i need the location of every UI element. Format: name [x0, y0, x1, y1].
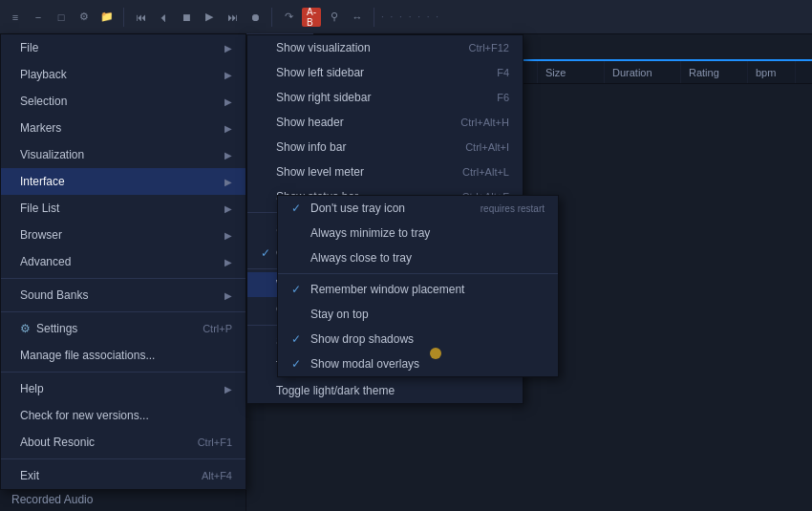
toolbar: ≡ − □ ⚙ 📁 ⏮ ⏴ ⏹ ▶ ⏭ ⏺ ↷ A-B ⚲ ↔ · · · · … — [0, 0, 812, 34]
menu-item-help[interactable]: Help ▶ — [1, 375, 246, 402]
wsub-no-tray[interactable]: ✓ Don't use tray icon requires restart — [278, 196, 558, 221]
sub-show-left-sidebar[interactable]: Show left sidebar F4 — [247, 60, 523, 85]
window-icon[interactable]: □ — [52, 8, 71, 27]
sub-show-level-meter[interactable]: Show level meter Ctrl+Alt+L — [247, 160, 523, 184]
wsub-stay-on-top[interactable]: Stay on top — [278, 302, 558, 327]
sub-show-header[interactable]: Show header Ctrl+Alt+H — [247, 110, 523, 135]
sidebar-item-recorded[interactable]: Recorded Audio — [0, 488, 246, 511]
sep — [1, 372, 246, 373]
menu-item-settings[interactable]: ⚙ Settings Ctrl+P — [1, 315, 246, 342]
arrow-icon: ▶ — [224, 96, 232, 107]
record-icon[interactable]: ⏺ — [246, 8, 265, 27]
arrow-icon: ▶ — [224, 384, 232, 394]
sep — [1, 278, 246, 279]
menu-item-interface[interactable]: Interface ▶ — [1, 168, 246, 195]
sep3 — [374, 8, 374, 27]
check-icon: ✓ — [291, 332, 307, 346]
arrow-icon: ▶ — [224, 150, 232, 160]
wsub-min-to-tray[interactable]: Always minimize to tray — [278, 221, 558, 245]
folder-icon[interactable]: 📁 — [97, 8, 117, 27]
menu-item-sound-banks[interactable]: Sound Banks ▶ — [1, 282, 246, 309]
check-icon: ✓ — [291, 357, 307, 371]
arrow-icon: ▶ — [224, 177, 232, 187]
filter-icon[interactable]: ⚲ — [325, 8, 344, 27]
menu-item-manage-assoc[interactable]: Manage file associations... — [1, 342, 246, 369]
play-icon[interactable]: ▶ — [200, 8, 219, 27]
sub-show-info-bar[interactable]: Show info bar Ctrl+Alt+I — [247, 135, 523, 160]
menu-item-visualization[interactable]: Visualization ▶ — [1, 141, 246, 168]
menu-icon[interactable]: ≡ — [6, 8, 25, 27]
wsub-modal-overlays[interactable]: ✓ Show modal overlays — [278, 351, 558, 376]
restart-note: requires restart — [481, 203, 545, 214]
check-icon: ✓ — [291, 202, 307, 215]
menu-item-file-list[interactable]: File List ▶ — [1, 195, 246, 222]
col-duration[interactable]: Duration — [605, 61, 681, 83]
arrow-icon: ▶ — [224, 43, 232, 53]
menu-item-markers[interactable]: Markers ▶ — [1, 115, 246, 141]
window-options-submenu: ✓ Don't use tray icon requires restart A… — [277, 195, 559, 377]
next-track-icon[interactable]: ⏭ — [223, 8, 242, 27]
arrow-icon: ▶ — [224, 257, 232, 267]
check-icon: ✓ — [291, 283, 307, 296]
menu-item-selection[interactable]: Selection ▶ — [1, 88, 246, 115]
wsub-drop-shadows[interactable]: ✓ Show drop shadows — [278, 327, 558, 351]
recorded-label: Recorded Audio — [11, 493, 93, 506]
sep1 — [123, 8, 124, 27]
menu-overlay: File ▶ Playback ▶ Selection ▶ Markers ▶ … — [0, 34, 246, 490]
sep — [1, 458, 246, 459]
sub-toggle-theme[interactable]: Toggle light/dark theme — [247, 378, 523, 403]
menu-item-playback[interactable]: Playback ▶ — [1, 61, 246, 88]
expand-icon[interactable]: ↔ — [348, 8, 367, 27]
sep2 — [271, 8, 272, 27]
sep — [1, 311, 246, 312]
sep — [278, 273, 558, 274]
menu-item-check-updates[interactable]: Check for new versions... — [1, 402, 246, 429]
stop-icon[interactable]: ⏹ — [177, 8, 196, 27]
menu-item-about[interactable]: About Resonic Ctrl+F1 — [1, 429, 246, 456]
arrow-icon: ▶ — [224, 123, 232, 134]
prev-track-icon[interactable]: ⏮ — [131, 8, 150, 27]
arrow-icon: ▶ — [224, 203, 232, 214]
more-icon[interactable]: · · · · · · · — [381, 11, 440, 22]
loop-icon[interactable]: ↷ — [279, 8, 298, 27]
arrow-icon: ▶ — [224, 230, 232, 241]
menu-item-browser[interactable]: Browser ▶ — [1, 222, 246, 248]
settings-icon: ⚙ — [20, 322, 31, 335]
arrow-icon: ▶ — [224, 290, 232, 301]
wsub-remember-placement[interactable]: ✓ Remember window placement — [278, 277, 558, 302]
sub-show-right-sidebar[interactable]: Show right sidebar F6 — [247, 85, 523, 110]
primary-menu: File ▶ Playback ▶ Selection ▶ Markers ▶ … — [0, 34, 246, 490]
menu-item-file[interactable]: File ▶ — [1, 34, 246, 61]
arrow-icon: ▶ — [224, 70, 232, 80]
sub-show-vis[interactable]: Show visualization Ctrl+F12 — [247, 35, 523, 60]
col-bpm[interactable]: bpm — [748, 61, 796, 83]
minimize-icon[interactable]: − — [29, 8, 48, 27]
col-size[interactable]: Size — [538, 61, 605, 83]
wsub-close-to-tray[interactable]: Always close to tray — [278, 245, 558, 270]
rewind-icon[interactable]: ⏴ — [154, 8, 173, 27]
col-rating[interactable]: Rating — [681, 61, 748, 83]
ab-loop-icon[interactable]: A-B — [302, 8, 321, 27]
menu-item-advanced[interactable]: Advanced ▶ — [1, 248, 246, 275]
menu-item-exit[interactable]: Exit Alt+F4 — [1, 462, 246, 489]
settings-icon[interactable]: ⚙ — [75, 8, 94, 27]
